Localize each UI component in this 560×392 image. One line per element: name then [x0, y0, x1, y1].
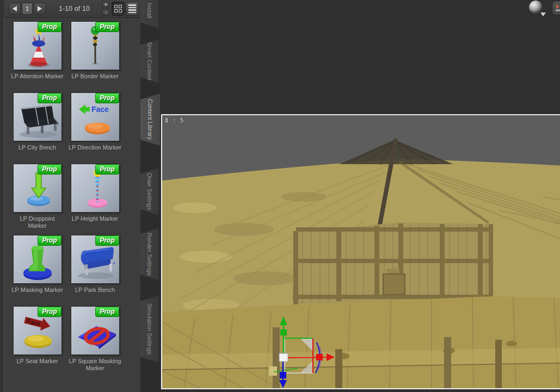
content-library-panel: 1 1-10 of 10 + -: [0, 0, 140, 392]
tab-draw-settings[interactable]: Draw Settings: [140, 168, 159, 215]
prop-badge: Prop: [38, 22, 61, 32]
prop-card-direction-marker[interactable]: Face Prop LP Direction Marker: [69, 92, 121, 159]
tab-simulation-settings[interactable]: Simulation Settings: [140, 295, 159, 363]
seat-face-text: Face: [26, 318, 41, 327]
prop-badge: Prop: [95, 164, 119, 175]
prop-badge: Prop: [38, 307, 61, 317]
prop-badge: Prop: [38, 93, 61, 103]
attention-marker-thumbnail: Prop: [13, 21, 62, 70]
border-marker-thumbnail: Prop: [71, 21, 120, 70]
height-marker-thumbnail: Prop: [71, 164, 120, 213]
prop-badge: Prop: [38, 235, 61, 246]
list-view-button[interactable]: [126, 2, 139, 16]
square-masking-marker-thumbnail: Prop: [71, 306, 120, 355]
prop-label: LP Park Bench: [69, 287, 121, 301]
prop-card-square-masking-marker[interactable]: Prop LP Square Masking Marker: [69, 306, 121, 372]
next-page-button[interactable]: [34, 3, 46, 15]
grid-view-button[interactable]: [112, 2, 125, 16]
tab-content-library[interactable]: Content Library: [140, 94, 160, 146]
masking-marker-thumbnail: Prop: [13, 235, 62, 284]
size-decrease-button[interactable]: -: [102, 9, 109, 16]
size-increase-button[interactable]: +: [102, 2, 109, 8]
pane-handle-icon[interactable]: [553, 2, 560, 14]
prop-label: LP Masking Marker: [11, 287, 64, 301]
droppoint-marker-thumbnail: Prop: [13, 164, 62, 213]
prop-card-attention-marker[interactable]: Prop LP Attention Marker: [11, 21, 64, 88]
prop-label: LP Border Marker: [69, 73, 121, 88]
thumb-size-stepper: + -: [102, 1, 109, 16]
prop-badge: Prop: [95, 235, 119, 246]
prop-label: LP Square Masking Marker: [69, 358, 121, 372]
prop-label: LP Attention Marker: [11, 73, 64, 88]
pane-tabstrip: Install Smart Content Content Library Dr…: [140, 0, 160, 392]
prop-label: LP Droppoint Marker: [11, 215, 64, 230]
library-pager-toolbar: 1 1-10 of 10 + -: [4, 0, 140, 18]
daz-studio-window: 1 1-10 of 10 + -: [0, 0, 560, 392]
right-arrow-icon: [38, 6, 42, 11]
page-range-label: 1-10 of 10: [46, 5, 102, 13]
direction-face-text: Face: [91, 105, 109, 114]
prop-card-park-bench[interactable]: Prop LP Park Bench: [69, 235, 121, 301]
prop-label: LP Seat Marker: [11, 358, 64, 372]
gizmo-center-cube[interactable]: [279, 353, 288, 362]
aspect-frame[interactable]: 8 : 5: [161, 114, 560, 389]
drawstyle-sphere-icon[interactable]: [529, 1, 543, 14]
grid-view-icon: [114, 5, 122, 13]
direction-marker-thumbnail: Face Prop: [71, 92, 120, 141]
seat-marker-thumbnail: Face Prop: [13, 306, 62, 355]
left-arrow-icon: [13, 6, 17, 11]
aspect-ratio-label: 8 : 5: [165, 117, 184, 123]
current-page-button[interactable]: 1: [22, 3, 33, 15]
tab-install[interactable]: Install: [140, 0, 159, 28]
prop-badge: Prop: [95, 307, 119, 317]
prop-card-masking-marker[interactable]: Prop LP Masking Marker: [11, 235, 64, 301]
prop-card-seat-marker[interactable]: Face Prop LP Seat Marker: [11, 306, 64, 372]
gable-window: [383, 274, 405, 295]
scene-render[interactable]: [162, 115, 560, 388]
park-bench-thumbnail: Prop: [71, 235, 120, 284]
prop-card-droppoint-marker[interactable]: Prop LP Droppoint Marker: [11, 164, 64, 230]
prop-card-border-marker[interactable]: Prop LP Border Marker: [69, 21, 121, 88]
prop-card-city-bench[interactable]: Prop LP City Bench: [11, 92, 64, 159]
prop-badge: Prop: [38, 164, 61, 175]
prop-grid: Prop LP Attention Marker: [4, 18, 140, 372]
prop-card-height-marker[interactable]: Prop LP Height Marker: [69, 164, 121, 230]
prop-label: LP City Bench: [11, 144, 64, 159]
tab-render-settings[interactable]: Render Settings: [140, 228, 159, 281]
prop-label: LP Height Marker: [69, 215, 121, 230]
prop-badge: Prop: [95, 22, 119, 32]
list-view-icon: [128, 4, 136, 13]
prop-badge: Prop: [95, 93, 119, 103]
prop-label: LP Direction Marker: [69, 144, 121, 159]
city-bench-thumbnail: Prop: [13, 92, 62, 141]
viewport-3d[interactable]: 8 : 5: [160, 0, 560, 392]
prev-page-button[interactable]: [9, 3, 21, 15]
tab-smart-content[interactable]: Smart Content: [140, 39, 159, 83]
